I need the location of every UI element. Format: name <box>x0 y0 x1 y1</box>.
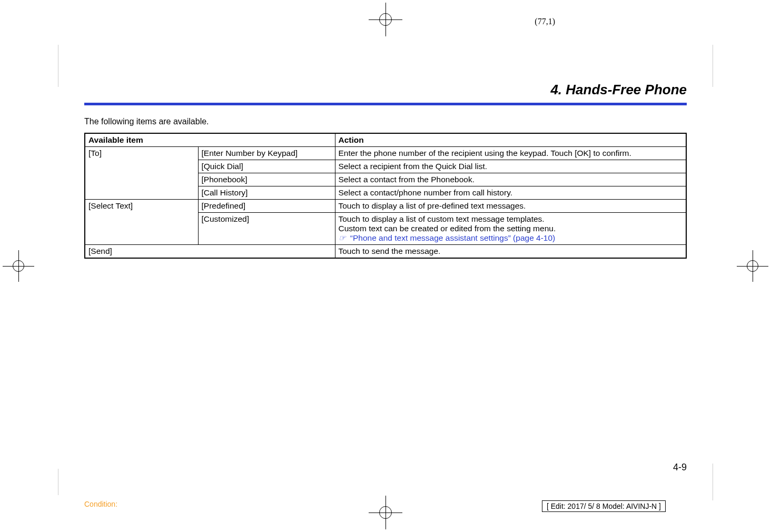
table-row: [To] [Enter Number by Keypad] Enter the … <box>85 147 686 160</box>
available-items-table: Available item Action [To] [Enter Number… <box>84 133 687 259</box>
action-text: Custom text can be created or edited fro… <box>339 224 556 233</box>
condition-label: Condition: <box>84 500 117 508</box>
table-row: [Send] Touch to send the message. <box>85 245 686 259</box>
cell-action: Select a contact from the Phonebook. <box>335 173 686 186</box>
pointer-icon: ☞ <box>339 233 346 243</box>
cell-item: [Call History] <box>198 186 335 200</box>
cell-item: [Predefined] <box>198 200 335 213</box>
table-header-row: Available item Action <box>85 133 686 147</box>
action-text: Touch to display a list of custom text m… <box>339 214 545 223</box>
cell-action: Touch to send the message. <box>335 245 686 259</box>
cell-item: [Phonebook] <box>198 173 335 186</box>
trim-tick <box>58 45 58 87</box>
page-number: 4-9 <box>673 462 687 473</box>
crop-mark-right <box>734 248 771 284</box>
crop-mark-bottom <box>369 496 402 529</box>
cell-item: [Enter Number by Keypad] <box>198 147 335 160</box>
cross-ref-link[interactable]: ☞ “Phone and text message assistant sett… <box>339 233 556 242</box>
cell-item: [Customized] <box>198 213 335 245</box>
cell-action: Touch to display a list of custom text m… <box>335 213 686 245</box>
cell-action: Select a recipient from the Quick Dial l… <box>335 160 686 173</box>
cell-send: [Send] <box>85 245 335 259</box>
crop-mark-top <box>369 3 402 36</box>
section-title: 4. Hands-Free Phone <box>550 82 687 98</box>
page-coord: (77,1) <box>535 17 555 26</box>
table-row: [Select Text] [Predefined] Touch to disp… <box>85 200 686 213</box>
trim-tick <box>713 464 713 500</box>
cell-to: [To] <box>85 147 198 200</box>
cell-item: [Quick Dial] <box>198 160 335 173</box>
cell-action: Touch to display a list of pre-defined t… <box>335 200 686 213</box>
section-rule <box>84 103 687 105</box>
col-action: Action <box>335 133 686 147</box>
col-available-item: Available item <box>85 133 335 147</box>
cell-action: Enter the phone number of the recipient … <box>335 147 686 160</box>
crop-mark-left <box>0 248 37 284</box>
cell-action: Select a contact/phone number from call … <box>335 186 686 200</box>
cell-select-text: [Select Text] <box>85 200 198 245</box>
intro-text: The following items are available. <box>84 117 209 126</box>
edit-info-box: [ Edit: 2017/ 5/ 8 Model: AIVINJ-N ] <box>542 500 666 512</box>
trim-tick <box>58 469 58 495</box>
link-text: “Phone and text message assistant settin… <box>350 233 555 242</box>
trim-tick <box>713 45 713 87</box>
